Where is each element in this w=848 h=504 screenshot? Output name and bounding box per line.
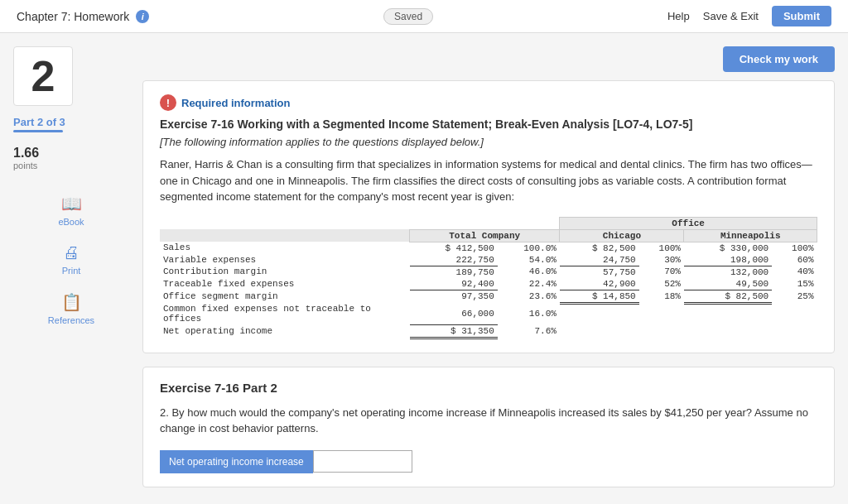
references-icon: 📋 <box>61 292 82 312</box>
common-fixed-total-pct: 16.0% <box>498 303 560 324</box>
print-nav-item[interactable]: 🖨 Print <box>13 237 129 282</box>
variable-expenses-minneapolis: 198,000 <box>684 254 772 266</box>
exercise-subtitle: [The following information applies to th… <box>160 136 817 148</box>
answer-label: Net operating income increase <box>160 450 313 473</box>
contribution-margin-chicago-pct: 70% <box>639 266 684 278</box>
print-label: Print <box>62 266 81 276</box>
check-work-button[interactable]: Check my work <box>723 46 835 72</box>
office-segment-margin-chicago-pct: 18% <box>639 290 684 303</box>
sales-label: Sales <box>160 242 410 254</box>
check-work-row: Check my work <box>142 46 835 72</box>
part2-section: Exercise 7-16 Part 2 2. By how much woul… <box>142 367 835 487</box>
points-value: 1.66 <box>13 146 129 161</box>
info-icon[interactable]: i <box>136 10 149 23</box>
exclamation-icon: ! <box>160 94 176 111</box>
answer-input[interactable] <box>313 450 412 473</box>
variable-expenses-total: 222,750 <box>410 254 498 266</box>
sales-chicago: $ 82,500 <box>560 242 639 254</box>
ebook-label: eBook <box>58 217 84 227</box>
sales-minneapolis: $ 330,000 <box>684 242 772 254</box>
variable-expenses-label: Variable expenses <box>160 254 410 266</box>
contribution-margin-chicago: 57,750 <box>560 266 639 278</box>
exercise-title: Exercise 7-16 Working with a Segmented I… <box>160 118 817 131</box>
traceable-fixed-chicago: 42,900 <box>560 278 639 290</box>
part2-question: 2. By how much would the company's net o… <box>160 405 817 437</box>
points-label: points <box>13 161 129 170</box>
traceable-fixed-total: 92,400 <box>410 278 498 290</box>
print-icon: 🖨 <box>63 243 80 262</box>
ebook-nav-item[interactable]: 📖 eBook <box>13 187 129 233</box>
net-operating-income-label: Net operating income <box>160 324 410 338</box>
contribution-margin-label: Contribution margin <box>160 266 410 278</box>
office-segment-margin-minneapolis-pct: 25% <box>772 290 817 303</box>
answer-row: Net operating income increase <box>160 450 817 473</box>
variable-expenses-chicago: 24,750 <box>560 254 639 266</box>
part-bar <box>13 130 63 132</box>
contribution-margin-total: 189,750 <box>410 266 498 278</box>
required-badge: ! Required information <box>160 94 817 111</box>
sales-minneapolis-pct: 100% <box>772 242 817 254</box>
variable-expenses-total-pct: 54.0% <box>498 254 560 266</box>
references-label: References <box>48 315 94 325</box>
traceable-fixed-chicago-pct: 52% <box>639 278 684 290</box>
traceable-fixed-minneapolis-pct: 15% <box>772 278 817 290</box>
office-segment-margin-total-pct: 23.6% <box>498 290 560 303</box>
save-exit-button[interactable]: Save & Exit <box>703 10 759 22</box>
traceable-fixed-total-pct: 22.4% <box>498 278 560 290</box>
part2-title: Exercise 7-16 Part 2 <box>160 381 817 395</box>
office-segment-margin-total: 97,350 <box>410 290 498 303</box>
required-text: Required information <box>181 97 290 109</box>
variable-expenses-minneapolis-pct: 60% <box>772 254 817 266</box>
question-number-box: 2 <box>13 46 73 106</box>
saved-indicator: Saved <box>383 10 433 22</box>
office-segment-margin-minneapolis: $ 82,500 <box>684 290 772 303</box>
common-fixed-total: 66,000 <box>410 303 498 324</box>
sidebar-nav: 📖 eBook 🖨 Print 📋 References <box>13 187 129 332</box>
variable-expenses-chicago-pct: 30% <box>639 254 684 266</box>
top-bar-right: Help Save & Exit Submit <box>667 6 831 26</box>
submit-button[interactable]: Submit <box>772 6 831 26</box>
saved-badge: Saved <box>383 8 433 25</box>
required-info-box: ! Required information Exercise 7-16 Wor… <box>142 80 835 353</box>
left-panel: 2 Part 2 of 3 1.66 points 📖 eBook 🖨 Prin… <box>13 46 129 487</box>
chapter-title: Chapter 7: Homework <box>17 10 129 23</box>
question-number: 2 <box>31 51 55 101</box>
exercise-body: Raner, Harris & Chan is a consulting fir… <box>160 156 817 205</box>
sales-chicago-pct: 100% <box>639 242 684 254</box>
ebook-icon: 📖 <box>61 194 82 214</box>
right-panel: Check my work ! Required information Exe… <box>142 46 835 487</box>
income-table: Office Total Company Chicago Minneapolis… <box>160 217 817 339</box>
net-operating-income-total: $ 31,350 <box>410 324 498 338</box>
contribution-margin-total-pct: 46.0% <box>498 266 560 278</box>
top-bar-left: Chapter 7: Homework i <box>17 10 149 23</box>
sales-total-pct: 100.0% <box>498 242 560 254</box>
help-button[interactable]: Help <box>667 10 690 22</box>
net-operating-income-total-pct: 7.6% <box>498 324 560 338</box>
contribution-margin-minneapolis-pct: 40% <box>772 266 817 278</box>
traceable-fixed-minneapolis: 49,500 <box>684 278 772 290</box>
references-nav-item[interactable]: 📋 References <box>13 286 129 332</box>
office-segment-margin-chicago: $ 14,850 <box>560 290 639 303</box>
traceable-fixed-label: Traceable fixed expenses <box>160 278 410 290</box>
office-segment-margin-label: Office segment margin <box>160 290 410 303</box>
sales-total: $ 412,500 <box>410 242 498 254</box>
contribution-margin-minneapolis: 132,000 <box>684 266 772 278</box>
part-label: Part 2 of 3 <box>13 116 129 128</box>
common-fixed-label: Common fixed expenses not traceable to o… <box>160 303 410 324</box>
